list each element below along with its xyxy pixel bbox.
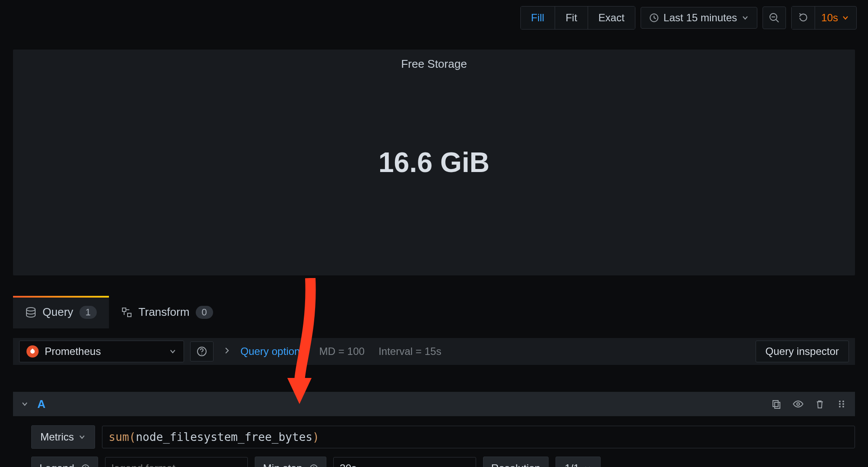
prometheus-icon: [26, 345, 39, 358]
datasource-picker[interactable]: Prometheus: [19, 341, 184, 362]
svg-rect-6: [128, 313, 131, 317]
metrics-browser-button[interactable]: Metrics: [31, 425, 95, 449]
query-count-badge: 1: [79, 306, 97, 319]
fit-button[interactable]: Fit: [555, 7, 588, 29]
tabs-strip: Query 1 Transform 0: [13, 291, 855, 328]
svg-point-14: [839, 403, 841, 405]
tab-query-label: Query: [43, 305, 73, 319]
resolution-label-cell: Resolution: [483, 457, 549, 467]
query-options-toggle[interactable]: Query options: [240, 345, 305, 358]
datasource-name: Prometheus: [45, 345, 101, 358]
resolution-value: 1/1: [565, 462, 579, 467]
transform-icon: [121, 307, 132, 318]
legend-format-input[interactable]: [105, 457, 248, 467]
promql-input[interactable]: sum(node_filesystem_free_bytes): [102, 426, 855, 448]
chevron-down-icon: [169, 348, 177, 355]
zoom-out-button[interactable]: [763, 7, 786, 29]
svg-point-16: [839, 406, 841, 407]
delete-query-icon[interactable]: [814, 398, 825, 410]
query-inspector-button[interactable]: Query inspector: [756, 341, 849, 362]
query-md-label: MD = 100: [319, 345, 365, 358]
minstep-input[interactable]: [333, 457, 476, 467]
expr-fn: sum: [108, 431, 129, 444]
drag-handle-icon[interactable]: [836, 398, 847, 410]
chevron-right-icon: [220, 347, 234, 356]
chevron-down-icon: [78, 433, 86, 441]
chevron-down-icon: [584, 464, 592, 467]
legend-label-cell: Legend: [31, 457, 98, 467]
info-icon[interactable]: [309, 464, 318, 467]
svg-line-2: [776, 20, 779, 22]
resolution-label: Resolution: [491, 462, 540, 467]
svg-rect-5: [122, 308, 126, 311]
legend-label: Legend: [39, 462, 74, 467]
info-icon[interactable]: [81, 464, 90, 467]
svg-rect-10: [775, 402, 780, 408]
exact-button[interactable]: Exact: [588, 7, 635, 29]
refresh-interval-value: 10s: [821, 12, 838, 24]
toggle-visibility-icon[interactable]: [792, 398, 804, 410]
expr-body: node_filesystem_free_bytes: [136, 431, 312, 444]
transform-count-badge: 0: [196, 306, 213, 319]
time-range-label: Last 15 minutes: [664, 12, 737, 24]
query-row-header[interactable]: A: [13, 392, 855, 416]
svg-point-8: [201, 354, 202, 354]
time-range-picker[interactable]: Last 15 minutes: [641, 7, 757, 29]
minstep-label: Min step: [263, 462, 302, 467]
duplicate-query-icon[interactable]: [771, 398, 782, 410]
svg-point-11: [797, 403, 799, 405]
svg-point-12: [839, 401, 841, 402]
svg-rect-9: [773, 401, 778, 407]
query-ref-id: A: [37, 397, 46, 411]
svg-point-13: [842, 401, 844, 402]
fit-mode-group: Fill Fit Exact: [520, 6, 635, 30]
stat-panel: Free Storage 16.6 GiB: [13, 50, 855, 275]
resolution-picker[interactable]: 1/1: [556, 457, 600, 467]
svg-point-15: [842, 403, 844, 405]
clock-icon: [649, 13, 659, 23]
database-icon: [25, 307, 36, 318]
fill-button[interactable]: Fill: [521, 7, 556, 29]
tab-transform[interactable]: Transform 0: [109, 296, 225, 328]
metrics-label: Metrics: [40, 431, 74, 443]
refresh-interval-picker[interactable]: 10s: [815, 12, 856, 24]
datasource-bar: Prometheus Query options MD = 100 Interv…: [13, 338, 855, 365]
chevron-down-icon: [842, 14, 849, 22]
svg-point-17: [842, 406, 844, 407]
tab-query[interactable]: Query 1: [13, 296, 109, 328]
datasource-help-button[interactable]: [190, 341, 214, 361]
minstep-label-cell: Min step: [255, 457, 326, 467]
query-interval-label: Interval = 15s: [378, 345, 441, 358]
tab-transform-label: Transform: [138, 305, 190, 319]
panel-title: Free Storage: [13, 57, 855, 71]
svg-point-4: [26, 308, 35, 311]
panel-value: 16.6 GiB: [378, 146, 490, 179]
chevron-down-icon: [741, 14, 749, 22]
refresh-group: 10s: [791, 6, 857, 30]
chevron-down-icon[interactable]: [21, 400, 29, 408]
refresh-button[interactable]: [792, 7, 815, 29]
